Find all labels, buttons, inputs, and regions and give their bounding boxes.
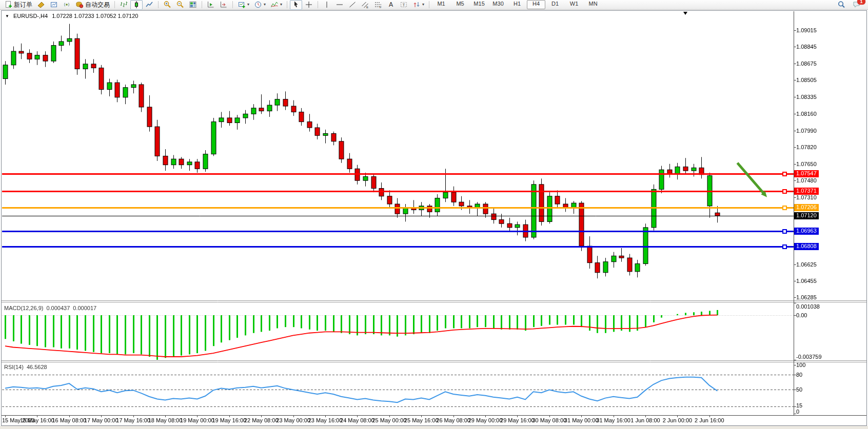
trendline-tool-button[interactable] [346,0,359,10]
toolbar-separator [202,1,202,8]
search-icon [837,1,845,9]
community-chat-button[interactable]: 1 [851,0,863,10]
candlestick-icon [132,1,141,9]
channel-tool-button[interactable]: E [359,0,371,10]
price-tick-label: 1.08335 [796,94,817,100]
timeframe-button-mn[interactable]: MN [584,0,602,9]
chart-title: ▼ EURUSD-,H4 1.07228 1.07233 1.07052 1.0… [5,13,138,19]
svg-text:T: T [403,3,405,7]
price-chart-canvas[interactable] [0,0,868,429]
toolbar-separator [114,1,115,8]
timeframe-button-h4[interactable]: H4 [527,0,545,9]
price-tick-label: 1.06455 [796,278,817,284]
crosshair-tool-button[interactable] [303,0,315,10]
toolbar-separator [429,1,429,8]
chart-shift-icon [220,1,228,9]
search-button[interactable] [835,0,847,10]
auto-scroll-button[interactable] [205,0,217,10]
timeframe-button-m1[interactable]: M1 [432,0,450,9]
price-tick-label: 1.07310 [796,194,817,200]
level-price-badge: 1.07206 [794,204,819,211]
macd-scale-label: -0.003759 [796,354,822,360]
zoom-out-icon [176,1,184,9]
bar-chart-type-button[interactable] [117,0,130,10]
toolbar-separator [232,1,233,8]
arrows-tool-dropdown[interactable]: ▾ [410,0,426,10]
auto-trading-button[interactable]: 自动交易 [73,0,112,10]
auto-scroll-icon [207,1,215,9]
timeframe-button-m15[interactable]: M15 [470,0,488,9]
timeframe-button-d1[interactable]: D1 [546,0,564,9]
auto-trading-icon [75,1,84,9]
ohlc-values: 1.07228 1.07233 1.07052 1.07120 [52,13,138,19]
chevron-down-icon: ▾ [422,3,424,7]
metaeditor-icon [37,1,45,9]
indicators-dropdown[interactable]: ▾ [268,0,284,10]
rsi-name: RSI(14) [4,364,24,370]
timeframe-button-w1[interactable]: W1 [565,0,583,9]
zoom-out-button[interactable] [174,0,186,10]
toolbar-separator [318,1,318,8]
price-tick-label: 1.07480 [796,177,817,183]
text-icon: A [387,1,395,9]
horizontal-line-icon [336,1,344,9]
new-order-button[interactable]: 新订单 [2,0,34,10]
vertical-line-tool-button[interactable] [321,0,333,10]
fibonacci-tool-button[interactable]: F [372,0,384,10]
text-label-tool-button[interactable]: T [398,0,410,10]
symbol-dropdown-icon[interactable]: ▼ [5,14,9,18]
symbol-period-label: EURUSD-,H4 [13,13,48,19]
profiles-dropdown[interactable]: ▾ [252,0,268,10]
timeframe-button-m30[interactable]: M30 [489,0,507,9]
new-chart-icon [238,1,246,9]
cursor-tool-button[interactable] [290,0,302,10]
cursor-icon [292,1,300,9]
chevron-down-icon: ▾ [247,3,249,7]
rsi-scale-label: 0 [796,408,799,415]
rsi-scale-label: 15 [796,402,802,408]
macd-scale-label: 0.00 [796,312,807,318]
metaeditor-button[interactable] [35,0,47,10]
price-tick-label: 1.06285 [796,294,817,300]
price-tick-label: 1.08505 [796,77,817,83]
indicators-icon [270,1,279,9]
new-chart-dropdown[interactable]: ▾ [235,0,251,10]
price-tick-label: 1.08845 [796,44,817,50]
price-tick-label: 1.07820 [796,144,817,150]
crosshair-icon [305,1,313,9]
candlestick-type-button[interactable] [130,0,143,10]
level-price-badge: 1.06808 [794,243,819,250]
text-label-icon: T [400,1,408,9]
chart-shift-button[interactable] [218,0,230,10]
broadcast-icon [63,1,71,9]
price-tick-label: 1.07990 [796,128,817,134]
new-order-icon [4,1,12,9]
timeframe-button-h1[interactable]: H1 [508,0,526,9]
signals-button[interactable] [61,0,73,10]
bar-chart-icon [120,1,128,9]
zoom-in-icon [163,1,171,9]
text-tool-button[interactable]: A [385,0,397,10]
market-watch-button[interactable] [48,0,60,10]
rsi-scale-label: 80 [796,372,802,378]
current-price-badge: 1.07120 [794,212,819,219]
timeframe-button-m5[interactable]: M5 [451,0,469,9]
macd-indicator-label: MACD(12,26,9) 0.000437 0.000017 [4,305,96,311]
line-chart-type-button[interactable] [143,0,155,10]
horizontal-line-tool-button[interactable] [333,0,346,10]
chevron-down-icon: ▾ [280,3,282,7]
tile-windows-button[interactable] [187,0,199,10]
notification-badge: 1 [857,0,865,5]
toolbar-separator [287,1,287,8]
price-tick-label: 1.09015 [796,27,817,33]
arrows-icon [412,1,421,9]
rsi-indicator-label: RSI(14) 46.5628 [4,364,47,370]
price-tick-label: 1.07650 [796,161,817,167]
macd-main-value: 0.000437 [46,305,70,311]
price-tick-label: 1.06625 [796,261,817,268]
chevron-down-icon: ▾ [264,3,266,7]
toolbar: 新订单 自动交易 [0,0,868,10]
timeframe-group: M1M5M15M30H1H4D1W1MN [432,0,602,9]
level-price-badge: 1.06963 [794,228,819,235]
zoom-in-button[interactable] [161,0,173,10]
